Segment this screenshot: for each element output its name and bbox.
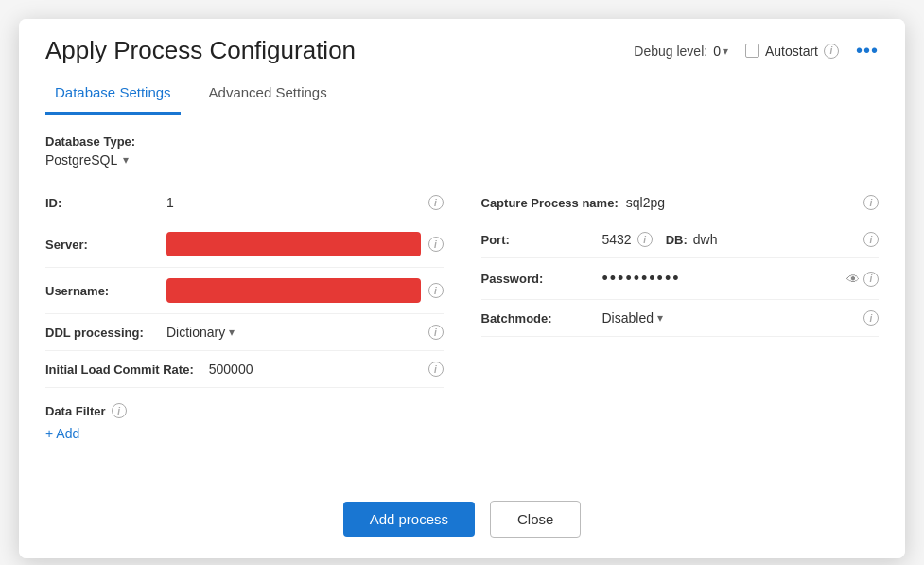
capture-name-icons: i (863, 195, 879, 210)
batchmode-icons: i (863, 310, 879, 326)
data-filter-label-row: Data Filter i (45, 403, 879, 418)
modal-container: Apply Process Configuration Debug level:… (19, 19, 905, 558)
initial-load-label: Initial Load Commit Rate: (45, 362, 194, 377)
username-value[interactable] (166, 278, 421, 303)
id-info-icon[interactable]: i (428, 195, 444, 210)
port-value: 5432 (602, 232, 632, 247)
data-filter-info-icon[interactable]: i (112, 403, 127, 418)
username-row: Username: i (45, 268, 444, 314)
port-label: Port: (481, 233, 595, 247)
capture-name-value: sql2pg (626, 195, 856, 210)
right-column: Capture Process name: sql2pg i Port: 543… (481, 185, 880, 388)
autostart-label: Autostart (765, 44, 818, 59)
ddl-info-icon[interactable]: i (428, 325, 444, 340)
capture-name-row: Capture Process name: sql2pg i (481, 185, 880, 221)
username-icons: i (428, 283, 444, 298)
debug-level-value: 0 (713, 44, 721, 59)
port-row: Port: 5432 i DB: dwh i (481, 221, 880, 258)
autostart-info-icon[interactable]: i (824, 44, 839, 59)
modal-header: Apply Process Configuration Debug level:… (19, 19, 905, 75)
debug-level-group: Debug level: 0 ▾ (634, 44, 728, 59)
ddl-row: DDL processing: Dictionary ▾ i (45, 314, 444, 351)
database-type-label: Database Type: (45, 134, 879, 149)
debug-chevron-icon: ▾ (723, 44, 728, 58)
modal-footer: Add process Close (19, 486, 905, 558)
tab-advanced-settings[interactable]: Advanced Settings (200, 75, 337, 115)
initial-load-info-icon[interactable]: i (428, 362, 444, 377)
username-info-icon[interactable]: i (428, 283, 444, 298)
batchmode-row: Batchmode: Disabled ▾ i (481, 300, 880, 337)
port-db-info-icon[interactable]: i (863, 232, 879, 247)
form-grid: ID: 1 i Server: i Username: (45, 185, 879, 388)
password-row: Password: •••••••••• 👁 i (481, 258, 880, 300)
server-label: Server: (45, 238, 159, 252)
batchmode-info-icon[interactable]: i (863, 310, 879, 326)
database-type-value: PostgreSQL (45, 152, 117, 168)
server-info-icon[interactable]: i (428, 237, 444, 252)
port-info-icon[interactable]: i (637, 232, 653, 247)
batchmode-select[interactable]: Disabled ▾ (602, 310, 663, 326)
data-filter-section: Data Filter i + Add (45, 403, 879, 441)
ddl-label: DDL processing: (45, 326, 159, 340)
password-value: •••••••••• (602, 269, 681, 289)
initial-load-value: 500000 (209, 362, 253, 377)
modal-body: Database Type: PostgreSQL ▾ ID: 1 i (19, 115, 905, 486)
header-right: Debug level: 0 ▾ Autostart i ••• (634, 40, 879, 62)
port-db-row: 5432 i DB: dwh i (602, 232, 880, 247)
password-label: Password: (481, 272, 595, 286)
batchmode-value: Disabled (602, 310, 654, 326)
password-icons: 👁 i (846, 272, 879, 287)
add-process-button[interactable]: Add process (343, 502, 475, 537)
capture-name-label: Capture Process name: (481, 196, 619, 210)
tabs-bar: Database Settings Advanced Settings (19, 75, 905, 115)
data-filter-label: Data Filter (45, 404, 106, 418)
password-eye-icon[interactable]: 👁 (846, 272, 860, 287)
initial-load-icons: i (428, 362, 444, 377)
server-row: Server: i (45, 221, 444, 268)
port-icons: i (863, 232, 879, 247)
database-type-row: Database Type: PostgreSQL ▾ (45, 134, 879, 168)
id-icons: i (428, 195, 444, 210)
id-value: 1 (166, 195, 421, 210)
autostart-group: Autostart i (745, 44, 839, 59)
initial-load-row: Initial Load Commit Rate: 500000 i (45, 351, 444, 388)
ddl-value: Dictionary (166, 325, 225, 340)
server-icons: i (428, 237, 444, 252)
db-value: dwh (693, 232, 718, 247)
id-row: ID: 1 i (45, 185, 444, 221)
close-button[interactable]: Close (490, 501, 581, 538)
tab-database-settings[interactable]: Database Settings (45, 75, 181, 115)
autostart-checkbox[interactable] (745, 44, 759, 58)
ddl-chevron-icon: ▾ (229, 326, 235, 339)
username-label: Username: (45, 284, 159, 298)
modal-title: Apply Process Configuration (45, 36, 356, 65)
ddl-icons: i (428, 325, 444, 340)
batchmode-chevron-icon: ▾ (657, 311, 663, 325)
database-type-chevron-icon: ▾ (123, 153, 129, 167)
capture-name-info-icon[interactable]: i (863, 195, 879, 210)
password-info-icon[interactable]: i (863, 272, 879, 287)
debug-level-label: Debug level: (634, 44, 707, 59)
add-filter-label: + Add (45, 426, 79, 441)
debug-level-dropdown[interactable]: 0 ▾ (713, 44, 728, 59)
ddl-select[interactable]: Dictionary ▾ (166, 325, 235, 340)
left-column: ID: 1 i Server: i Username: (45, 185, 444, 388)
database-type-select[interactable]: PostgreSQL ▾ (45, 152, 879, 168)
server-value[interactable] (166, 232, 421, 256)
id-label: ID: (45, 196, 159, 210)
batchmode-label: Batchmode: (481, 311, 595, 326)
add-filter-button[interactable]: + Add (45, 426, 879, 441)
db-label: DB: (666, 233, 688, 247)
more-options-icon[interactable]: ••• (856, 40, 879, 62)
